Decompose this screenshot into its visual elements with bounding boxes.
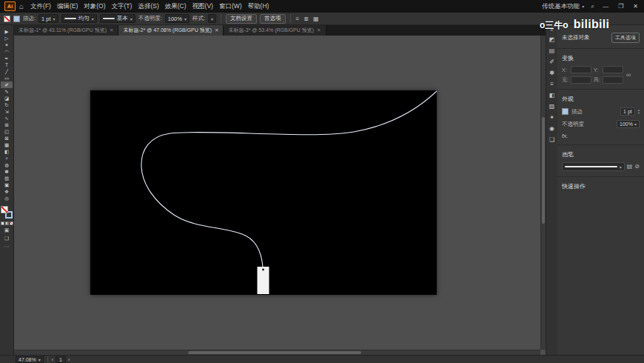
column-graph-tool[interactable]: ▥ bbox=[1, 175, 13, 182]
artboard[interactable] bbox=[90, 90, 437, 295]
symbol-sprayer-tool[interactable]: ✽ bbox=[1, 168, 13, 175]
pencil-tool[interactable]: ✎ bbox=[1, 88, 13, 95]
paintbrush-tool[interactable]: ✐ bbox=[1, 81, 13, 88]
brush-path[interactable] bbox=[141, 91, 437, 267]
layers-panel-icon[interactable]: ❏ bbox=[547, 136, 557, 144]
next-artboard-icon[interactable]: › bbox=[68, 357, 70, 362]
color-panel-icon[interactable]: ◩ bbox=[547, 36, 557, 44]
anchor-point[interactable] bbox=[262, 269, 264, 271]
menu-help[interactable]: 帮助(H) bbox=[245, 0, 272, 13]
brush-preview-select[interactable]: ▾ bbox=[562, 162, 625, 171]
tab-close-icon[interactable]: ✕ bbox=[317, 27, 321, 33]
stroke-color-swatch[interactable] bbox=[13, 16, 20, 22]
menu-type[interactable]: 文字(T) bbox=[109, 0, 135, 13]
workspace-switcher[interactable]: 传统基本功能 ▾ bbox=[542, 2, 584, 11]
color-button[interactable] bbox=[1, 222, 4, 225]
document-tab-1[interactable]: 未标题-1* @ 43.11% (RGB/GPU 预览)✕ bbox=[14, 25, 118, 36]
menu-edit[interactable]: 编辑(E) bbox=[54, 0, 81, 13]
zoom-level-select[interactable]: 47.08% ▾ bbox=[16, 356, 44, 363]
rotate-tool[interactable]: ↻ bbox=[1, 101, 13, 108]
pen-tool[interactable]: ✒ bbox=[1, 55, 13, 61]
hand-tool[interactable]: ✥ bbox=[1, 188, 13, 195]
lasso-tool[interactable]: ◠ bbox=[1, 48, 13, 55]
horizontal-scrollbar-thumb[interactable] bbox=[188, 351, 362, 354]
fill-indicator-swatch[interactable] bbox=[1, 206, 8, 213]
stroke-panel-icon[interactable]: ≡ bbox=[547, 81, 557, 88]
artboard-number-field[interactable]: 1 bbox=[56, 356, 66, 363]
remove-brush-stroke-icon[interactable]: ⊘ bbox=[634, 163, 640, 170]
perspective-grid-tool[interactable]: ⊠ bbox=[1, 135, 13, 141]
preferences-button[interactable]: 首选项 bbox=[260, 14, 286, 24]
swatches-panel-icon[interactable]: ▤ bbox=[547, 47, 557, 55]
fill-color-swatch[interactable] bbox=[4, 16, 10, 22]
menu-effect[interactable]: 效果(C) bbox=[162, 0, 189, 13]
width-field[interactable] bbox=[571, 76, 591, 84]
constrain-proportions-icon[interactable]: ∞ bbox=[626, 71, 631, 79]
menu-object[interactable]: 对象(O) bbox=[81, 0, 108, 13]
minimize-button[interactable]: — bbox=[601, 3, 610, 10]
zoom-tool[interactable]: ◎ bbox=[1, 195, 13, 202]
align-horizontal-icon[interactable]: ≡ bbox=[295, 16, 301, 22]
none-button[interactable] bbox=[10, 222, 13, 225]
eraser-tool[interactable]: ◪ bbox=[1, 95, 13, 101]
menu-file[interactable]: 文件(F) bbox=[27, 0, 54, 13]
draw-mode-icon[interactable]: ▣ bbox=[4, 227, 10, 233]
close-button[interactable]: ✕ bbox=[631, 3, 640, 10]
white-rectangle-shape[interactable] bbox=[258, 267, 269, 294]
stroke-weight-field[interactable]: 1 pt ▾ bbox=[38, 14, 58, 23]
stroke-weight-field[interactable]: 1 pt bbox=[620, 107, 635, 116]
menu-select[interactable]: 选择(S) bbox=[135, 0, 161, 13]
previous-artboard-icon[interactable]: ‹ bbox=[52, 357, 53, 362]
graphic-styles-panel-icon[interactable]: ✦ bbox=[547, 114, 557, 121]
shape-builder-tool[interactable]: ◱ bbox=[1, 128, 13, 135]
horizontal-scrollbar[interactable] bbox=[14, 350, 540, 355]
stroke-color-swatch[interactable] bbox=[562, 108, 568, 115]
direct-selection-tool[interactable]: ▷ bbox=[1, 35, 13, 41]
magic-wand-tool[interactable]: ✶ bbox=[1, 41, 13, 48]
document-tab-3[interactable]: 未标题-3* @ 53.4% (RGB/GPU 预览)✕ bbox=[224, 25, 326, 36]
vertical-scrollbar[interactable] bbox=[540, 36, 546, 350]
blend-tool[interactable]: ◍ bbox=[1, 161, 13, 168]
home-icon[interactable]: ⌂ bbox=[19, 0, 24, 13]
transparency-panel-icon[interactable]: ▨ bbox=[547, 103, 557, 110]
brushes-panel-icon[interactable]: ✐ bbox=[547, 59, 557, 66]
width-tool[interactable]: ∿ bbox=[1, 115, 13, 121]
tab-close-icon[interactable]: ✕ bbox=[110, 27, 113, 33]
tab-close-icon[interactable]: ✕ bbox=[215, 27, 218, 33]
symbols-panel-icon[interactable]: ✽ bbox=[547, 70, 557, 77]
type-tool[interactable]: T bbox=[1, 61, 13, 68]
canvas-area[interactable] bbox=[14, 36, 546, 355]
gradient-tool[interactable]: ◧ bbox=[1, 148, 13, 155]
height-field[interactable] bbox=[603, 76, 623, 84]
search-icon[interactable]: ⌕ bbox=[591, 2, 594, 10]
stroke-weight-stepper[interactable]: ▴ ▾ bbox=[638, 109, 640, 114]
align-vertical-icon[interactable]: ≣ bbox=[303, 16, 309, 22]
appearance-panel-icon[interactable]: ◉ bbox=[547, 125, 557, 133]
brush-definition-select[interactable]: 基本 ▾ bbox=[100, 14, 135, 23]
menu-window[interactable]: 窗口(W) bbox=[216, 0, 245, 13]
menu-view[interactable]: 视图(V) bbox=[189, 0, 216, 13]
arrange-icon[interactable]: ▦ bbox=[312, 16, 320, 22]
eyedropper-tool[interactable]: ✧ bbox=[1, 155, 13, 161]
artboard-tool[interactable]: ▣ bbox=[1, 182, 13, 188]
expand-panels-icon[interactable]: « bbox=[551, 27, 554, 33]
tool-options-button[interactable]: 工具选项 bbox=[611, 33, 640, 43]
document-tab-2[interactable]: 未标题-2* @ 47.08% (RGB/GPU 预览)✕ bbox=[118, 25, 224, 36]
line-segment-tool[interactable]: ╱ bbox=[1, 68, 13, 75]
selection-tool[interactable]: ▶ bbox=[1, 28, 13, 35]
x-field[interactable] bbox=[571, 66, 591, 73]
restore-button[interactable]: ❐ bbox=[617, 3, 625, 10]
mesh-tool[interactable]: ▦ bbox=[1, 141, 13, 148]
effects-icon[interactable]: fx. bbox=[562, 133, 640, 139]
fill-stroke-indicator[interactable] bbox=[1, 206, 13, 219]
rectangle-tool[interactable]: ▭ bbox=[1, 75, 13, 81]
opacity-field[interactable]: 100% ▾ bbox=[617, 120, 640, 128]
gradient-panel-icon[interactable]: ◧ bbox=[547, 92, 557, 99]
document-setup-button[interactable]: 文档设置 bbox=[226, 14, 257, 24]
vertical-scrollbar-thumb[interactable] bbox=[542, 117, 545, 224]
gradient-button[interactable] bbox=[5, 222, 9, 225]
opacity-field[interactable]: 100% ▾ bbox=[165, 14, 189, 23]
width-profile-select[interactable]: 均匀 ▾ bbox=[61, 14, 97, 23]
brush-libraries-icon[interactable]: ▤ bbox=[627, 163, 633, 170]
stepper-down-icon[interactable]: ▾ bbox=[638, 112, 640, 115]
